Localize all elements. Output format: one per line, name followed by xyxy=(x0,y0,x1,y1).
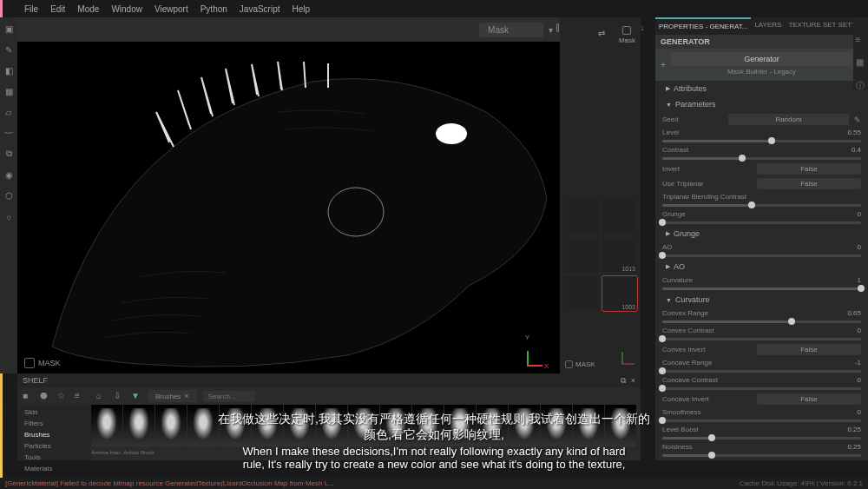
tool-material-icon[interactable]: ◉ xyxy=(3,169,15,181)
menu-help[interactable]: Help xyxy=(293,4,311,14)
viewport-canvas[interactable] xyxy=(17,42,560,373)
brush-thumb[interactable] xyxy=(605,405,636,446)
level-boost-slider[interactable] xyxy=(662,437,861,439)
ao-value[interactable]: 0 xyxy=(837,243,861,251)
histogram-icon[interactable]: ≡ xyxy=(856,35,866,45)
add-generator-icon[interactable]: + xyxy=(661,60,666,69)
camera-icon[interactable]: ⌂ xyxy=(639,23,653,36)
generator-name[interactable]: Generator xyxy=(671,52,852,66)
concave-invert-toggle[interactable]: False xyxy=(757,393,861,405)
menu-window[interactable]: Window xyxy=(111,4,142,14)
brush-thumb[interactable] xyxy=(477,405,508,446)
contrast-value[interactable]: 0.4 xyxy=(837,146,861,154)
shelf-close-icon[interactable]: × xyxy=(631,376,635,386)
shelf-folder-icon[interactable]: ■ xyxy=(23,391,33,401)
clear-filter-icon[interactable]: × xyxy=(184,392,188,400)
shelf-filter-icon[interactable]: ▼ xyxy=(131,391,141,401)
grunge-value[interactable]: 0 xyxy=(837,210,861,218)
triplanar-blend-slider[interactable] xyxy=(662,204,861,207)
shelf-search-input[interactable] xyxy=(203,391,255,402)
tab-properties[interactable]: PROPERTIES - GENERAT... xyxy=(655,17,751,35)
curvature-value[interactable]: 1 xyxy=(837,276,861,284)
grunge-section[interactable]: ▶Grunge xyxy=(655,226,868,241)
tool-eraser-icon[interactable]: ◧ xyxy=(3,64,15,76)
level-boost-value[interactable]: 0.25 xyxy=(837,426,861,433)
menu-viewport[interactable]: Viewport xyxy=(155,4,188,14)
convex-range-value[interactable]: 0.65 xyxy=(837,309,861,317)
menu-javascript[interactable]: JavaScript xyxy=(240,4,280,14)
shelf-tag-icon[interactable]: ⬣ xyxy=(40,391,50,401)
brush-thumb[interactable] xyxy=(187,405,219,446)
attributes-section[interactable]: ▶Attributes xyxy=(655,81,868,96)
shelf-cat-skin[interactable]: Skin xyxy=(17,406,91,418)
tool-brush-icon[interactable]: ✎ xyxy=(3,43,15,56)
viewport2-sync-icon[interactable]: ⇄ xyxy=(598,29,610,41)
convex-contrast-slider[interactable] xyxy=(662,338,861,340)
grunge-slider[interactable] xyxy=(662,221,861,224)
uv-tile[interactable] xyxy=(563,238,599,273)
seed-random-button[interactable]: Random xyxy=(728,114,849,125)
shelf-active-filter[interactable]: Brushes× xyxy=(148,390,196,402)
shelf-home-icon[interactable]: ⌂ xyxy=(96,391,107,401)
tool-smudge-icon[interactable]: 〰 xyxy=(3,127,15,139)
uv-tile[interactable] xyxy=(563,276,599,311)
convex-contrast-value[interactable]: 0 xyxy=(837,327,861,334)
tool-projection-icon[interactable]: ▦ xyxy=(3,85,15,97)
brush-thumb[interactable] xyxy=(252,405,283,446)
texture-icon[interactable]: ▦ xyxy=(856,57,866,68)
menu-edit[interactable]: Edit xyxy=(50,4,65,14)
viewport-axis-gizmo[interactable]: Y X xyxy=(527,340,553,367)
brush-thumb[interactable]: Archive Inter... xyxy=(91,405,122,446)
concave-contrast-slider[interactable] xyxy=(662,387,861,390)
brush-thumb[interactable] xyxy=(380,405,411,446)
shelf-cat-filters[interactable]: Filters xyxy=(17,418,91,429)
shelf-import-icon[interactable]: ⇩ xyxy=(114,391,124,401)
ao-slider[interactable] xyxy=(662,254,861,257)
concave-contrast-value[interactable]: 0 xyxy=(837,376,861,384)
uv-tile[interactable] xyxy=(602,200,638,235)
tool-bucket-icon[interactable]: ▣ xyxy=(3,23,15,35)
shelf-sort-icon[interactable]: ≡ xyxy=(75,391,85,401)
uv-tile[interactable] xyxy=(563,200,599,235)
smoothness-slider[interactable] xyxy=(662,420,861,422)
menu-file[interactable]: File xyxy=(24,4,38,14)
menu-python[interactable]: Python xyxy=(201,4,227,14)
noisiness-value[interactable]: 0.25 xyxy=(837,443,861,451)
shelf-cat-tools[interactable]: Tools xyxy=(17,452,91,463)
convex-invert-toggle[interactable]: False xyxy=(757,344,861,355)
shelf-fav-icon[interactable]: ☆ xyxy=(57,391,68,401)
brush-thumb[interactable]: Artistic Brush xyxy=(123,405,155,446)
tool-clone-icon[interactable]: ⧉ xyxy=(3,148,15,160)
tool-iray-icon[interactable]: ☼ xyxy=(3,210,15,222)
brush-thumb[interactable] xyxy=(155,405,187,446)
menu-mode[interactable]: Mode xyxy=(77,4,99,14)
shelf-cat-brushes[interactable]: Brushes xyxy=(17,429,91,440)
gradient-section[interactable]: ▶Gradient xyxy=(655,459,868,460)
brush-thumb[interactable] xyxy=(220,405,251,446)
info-icon[interactable]: ⓘ xyxy=(856,80,866,90)
brush-thumb[interactable] xyxy=(509,405,540,446)
shelf-cat-materials[interactable]: Materials xyxy=(17,463,91,474)
triplanar-toggle[interactable]: False xyxy=(757,178,861,189)
level-slider[interactable] xyxy=(662,140,861,142)
viewport-dropdown-chevron-icon[interactable]: ▾ xyxy=(549,25,553,35)
curvature-slider[interactable] xyxy=(662,287,861,290)
tool-poly-icon[interactable]: ▱ xyxy=(3,106,15,118)
brush-thumb[interactable] xyxy=(541,405,572,446)
viewport-3d[interactable]: Mask ▾ MASK Y X xyxy=(17,17,560,373)
brush-thumb[interactable] xyxy=(316,405,347,446)
brush-thumb[interactable] xyxy=(348,405,379,446)
parameters-section[interactable]: ▼Parameters xyxy=(655,96,868,112)
contrast-slider[interactable] xyxy=(662,157,861,160)
concave-range-value[interactable]: -1 xyxy=(837,359,861,367)
smoothness-value[interactable]: 0 xyxy=(837,408,861,416)
seed-edit-icon[interactable]: ✎ xyxy=(854,116,861,124)
brush-thumb[interactable] xyxy=(444,405,476,446)
tab-layers[interactable]: LAYERS xyxy=(751,17,785,35)
curvature-section[interactable]: ▼Curvature xyxy=(655,292,868,307)
level-value[interactable]: 0.55 xyxy=(837,129,861,136)
shelf-undock-icon[interactable]: ⧉ xyxy=(621,376,626,386)
noisiness-slider[interactable] xyxy=(662,454,861,457)
invert-toggle[interactable]: False xyxy=(757,163,861,175)
shelf-cat-particles[interactable]: Particles xyxy=(17,440,91,452)
